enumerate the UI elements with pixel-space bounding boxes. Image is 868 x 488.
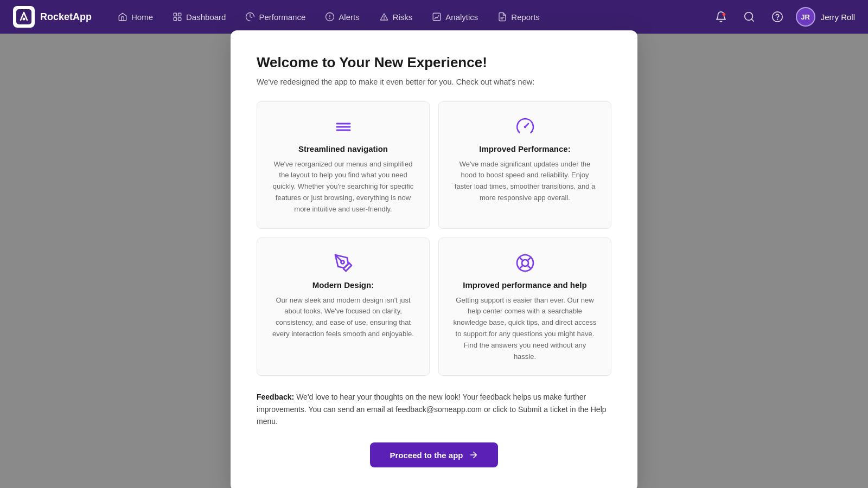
feedback-label: Feedback: [257,393,294,401]
svg-rect-0 [16,9,31,24]
dashboard-icon [173,12,182,22]
svg-rect-12 [433,13,441,21]
alerts-icon [325,12,335,22]
nav-links: Home Dashboard Performance [109,8,711,26]
svg-point-18 [772,12,782,22]
svg-point-11 [384,18,384,19]
search-icon [743,11,755,23]
performance-icon [245,12,255,22]
svg-rect-4 [174,18,176,21]
nav-analytics-label: Analytics [445,12,478,22]
svg-point-19 [777,19,777,20]
feature-icon-performance [452,117,598,137]
svg-line-30 [527,257,531,260]
help-circle-icon [771,11,783,23]
svg-line-29 [527,265,531,268]
feature-card-performance: Improved Performance: We've made signifi… [438,101,611,229]
svg-rect-3 [178,13,181,16]
modal-subtitle: We've redesigned the app to make it even… [257,78,611,86]
app-logo[interactable]: RocketApp [13,6,92,28]
svg-point-25 [341,260,344,264]
feature-icon-help [452,253,598,273]
svg-line-17 [751,19,754,21]
app-name: RocketApp [40,11,92,23]
feature-card-design: Modern Design: Our new sleek and modern … [257,237,430,376]
feature-desc-performance: We've made significant updates under the… [452,159,598,204]
arrow-right-icon [469,450,478,460]
avatar-initials: JR [801,13,810,21]
feature-icon-design [270,253,416,273]
proceed-button-label: Proceed to the app [390,451,463,460]
feature-desc-navigation: We've reorganized our menus and simplifi… [270,159,416,215]
menu-icon [334,117,353,137]
nav-risks-label: Risks [393,12,413,22]
nav-home[interactable]: Home [109,8,162,26]
help-button[interactable] [768,7,787,27]
nav-alerts-label: Alerts [339,12,359,22]
feature-grid: Streamlined navigation We've reorganized… [257,101,611,376]
navbar: RocketApp Home Dashboard [0,0,868,34]
svg-point-15 [722,13,725,16]
welcome-modal: Welcome to Your New Experience! We've re… [231,30,637,488]
svg-point-1 [23,18,25,21]
home-icon [118,12,127,22]
svg-rect-5 [178,18,181,21]
nav-alerts[interactable]: Alerts [316,8,368,26]
feedback-text: We'd love to hear your thoughts on the n… [257,393,607,426]
user-menu[interactable]: JR Jerry Roll [796,7,855,27]
modal-title: Welcome to Your New Experience! [257,54,611,71]
nav-reports[interactable]: Reports [489,8,548,26]
feature-title-design: Modern Design: [270,280,416,290]
svg-point-8 [330,18,330,19]
svg-point-24 [524,125,526,128]
nav-risks[interactable]: Risks [371,8,422,26]
speedometer-icon [515,117,535,137]
bell-icon [715,11,727,23]
nav-right: JR Jerry Roll [711,7,855,27]
feature-card-navigation: Streamlined navigation We've reorganized… [257,101,430,229]
feature-card-help: Improved performance and help Getting su… [438,237,611,376]
nav-analytics[interactable]: Analytics [423,8,487,26]
nav-performance[interactable]: Performance [237,8,314,26]
avatar: JR [796,7,815,27]
svg-rect-2 [174,13,176,16]
design-icon [334,253,353,273]
help-support-icon [515,253,535,273]
feature-desc-help: Getting support is easier than ever. Our… [452,295,598,363]
logo-icon [13,6,35,28]
user-name: Jerry Roll [821,12,855,22]
svg-line-28 [519,257,522,260]
proceed-button-wrapper: Proceed to the app [257,442,611,467]
search-button[interactable] [739,7,759,27]
risks-icon [379,12,389,22]
analytics-icon [432,12,442,22]
nav-dashboard-label: Dashboard [186,12,226,22]
proceed-button[interactable]: Proceed to the app [370,442,497,467]
svg-line-31 [519,265,522,268]
nav-dashboard[interactable]: Dashboard [164,8,234,26]
feature-desc-design: Our new sleek and modern design isn't ju… [270,295,416,340]
feature-title-help: Improved performance and help [452,280,598,290]
feature-icon-navigation [270,117,416,137]
nav-performance-label: Performance [259,12,305,22]
feedback-section: Feedback: We'd love to hear your thought… [257,391,611,427]
feature-title-performance: Improved Performance: [452,144,598,153]
feature-title-navigation: Streamlined navigation [270,144,416,153]
notifications-button[interactable] [711,7,731,27]
nav-home-label: Home [131,12,153,22]
page-background: Welcome to Your New Experience! We've re… [0,34,868,488]
reports-icon [497,12,507,22]
nav-reports-label: Reports [511,12,540,22]
